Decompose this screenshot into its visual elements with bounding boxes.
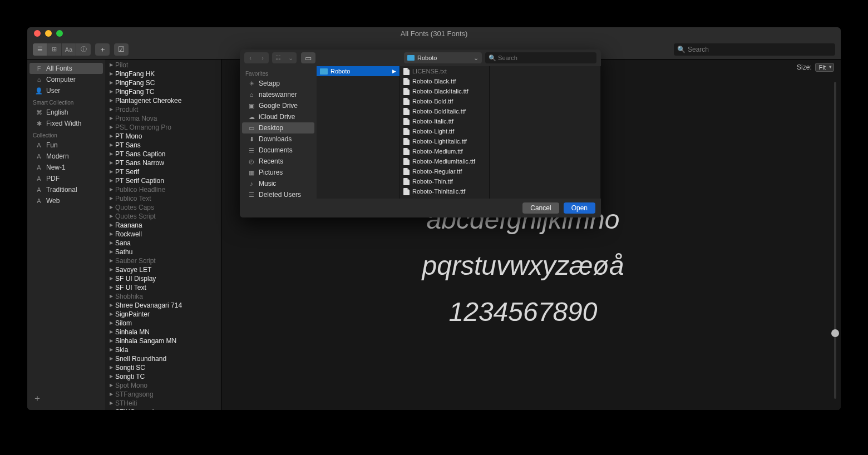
- favorites-item[interactable]: ◴Recents: [242, 156, 314, 167]
- slider-knob[interactable]: [831, 329, 839, 337]
- font-list[interactable]: ▶Pilot▶PingFang HK▶PingFang SC▶PingFang …: [105, 60, 222, 410]
- font-family-item[interactable]: ▶Pilot: [105, 61, 221, 70]
- disclosure-icon[interactable]: ▶: [110, 168, 113, 176]
- file-item[interactable]: Roboto-MediumItalic.ttf: [400, 156, 489, 166]
- sidebar-item[interactable]: ⌂Computer: [29, 74, 103, 85]
- dialog-search[interactable]: 🔍 Search: [485, 52, 596, 63]
- disclosure-icon[interactable]: ▶: [110, 106, 113, 113]
- sidebar-item[interactable]: AWeb: [29, 195, 103, 206]
- favorites-item[interactable]: ▭Desktop: [242, 122, 314, 133]
- font-family-item[interactable]: ▶SF UI Text: [105, 283, 221, 292]
- validate-button[interactable]: ☑: [114, 43, 129, 56]
- view-chevron-icon[interactable]: ⌄: [284, 52, 297, 63]
- font-family-item[interactable]: ▶PT Sans Narrow: [105, 159, 221, 167]
- disclosure-icon[interactable]: ▶: [110, 266, 113, 274]
- sidebar-item[interactable]: ✱Fixed Width: [29, 118, 103, 129]
- font-family-item[interactable]: ▶Shobhika: [105, 292, 221, 301]
- font-family-item[interactable]: ▶Quotes Caps: [105, 203, 221, 212]
- disclosure-icon[interactable]: ▶: [110, 212, 113, 220]
- font-family-item[interactable]: ▶PingFang HK: [105, 70, 221, 78]
- font-family-item[interactable]: ▶Proxima Nova: [105, 114, 221, 123]
- file-item[interactable]: Roboto-Regular.ttf: [400, 166, 489, 176]
- font-family-item[interactable]: ▶Plantagenet Cherokee: [105, 96, 221, 105]
- font-family-item[interactable]: ▶PingFang TC: [105, 87, 221, 96]
- font-family-item[interactable]: ▶PT Sans: [105, 141, 221, 150]
- font-family-item[interactable]: ▶Snell Roundhand: [105, 354, 221, 363]
- file-item[interactable]: Roboto-Medium.ttf: [400, 146, 489, 156]
- font-family-item[interactable]: ▶SF UI Display: [105, 274, 221, 283]
- disclosure-icon[interactable]: ▶: [110, 337, 113, 345]
- disclosure-icon[interactable]: ▶: [110, 97, 113, 105]
- font-family-item[interactable]: ▶Raanana: [105, 221, 221, 230]
- favorites-item[interactable]: ☁iCloud Drive: [242, 111, 314, 122]
- file-item[interactable]: Roboto-Bold.ttf: [400, 96, 489, 106]
- font-family-item[interactable]: ▶Silom: [105, 319, 221, 328]
- disclosure-icon[interactable]: ▶: [110, 301, 113, 309]
- disclosure-icon[interactable]: ▶: [110, 177, 113, 185]
- disclosure-icon[interactable]: ▶: [110, 70, 113, 78]
- disclosure-icon[interactable]: ▶: [110, 88, 113, 96]
- file-item[interactable]: Roboto-BlackItalic.ttf: [400, 86, 489, 96]
- file-item[interactable]: Roboto-Thin.ttf: [400, 176, 489, 186]
- favorites-item[interactable]: ⬇Downloads: [242, 133, 314, 145]
- disclosure-icon[interactable]: ▶: [110, 195, 113, 202]
- disclosure-icon[interactable]: ▶: [110, 221, 113, 229]
- sidebar-item[interactable]: FAll Fonts: [29, 63, 103, 74]
- font-family-item[interactable]: ▶Savoye LET: [105, 265, 221, 274]
- file-item[interactable]: Roboto-BoldItalic.ttf: [400, 106, 489, 116]
- font-family-item[interactable]: ▶PingFang SC: [105, 78, 221, 87]
- font-family-item[interactable]: ▶PT Serif Caption: [105, 176, 221, 185]
- file-item[interactable]: Roboto-LightItalic.ttf: [400, 136, 489, 146]
- font-family-item[interactable]: ▶Rockwell: [105, 230, 221, 239]
- sample-view-icon[interactable]: ☰: [33, 43, 47, 56]
- cancel-button[interactable]: Cancel: [522, 202, 559, 214]
- sidebar-item[interactable]: ANew-1: [29, 162, 103, 173]
- favorites-item[interactable]: ⌂nateswanner: [242, 89, 314, 100]
- view-mode-segment[interactable]: ☰ ⊞ Aa ⓘ: [33, 43, 91, 56]
- sidebar-item[interactable]: 👤User: [29, 85, 103, 96]
- font-family-item[interactable]: ▶PT Sans Caption: [105, 150, 221, 159]
- size-slider[interactable]: [834, 82, 836, 399]
- font-family-item[interactable]: ▶Songti TC: [105, 372, 221, 381]
- font-family-item[interactable]: ▶Sauber Script: [105, 256, 221, 265]
- column-view-icon[interactable]: ☷: [272, 52, 284, 63]
- font-family-item[interactable]: ▶PT Mono: [105, 132, 221, 141]
- disclosure-icon[interactable]: ▶: [110, 61, 113, 69]
- disclosure-icon[interactable]: ▶: [110, 382, 113, 389]
- font-family-item[interactable]: ▶Shree Devanagari 714: [105, 301, 221, 310]
- favorites-item[interactable]: ♪Music: [242, 178, 314, 189]
- group-button[interactable]: ▭: [301, 52, 315, 63]
- disclosure-icon[interactable]: ▶: [110, 275, 113, 283]
- path-selector[interactable]: Roboto: [404, 52, 482, 63]
- disclosure-icon[interactable]: ▶: [110, 399, 113, 407]
- disclosure-icon[interactable]: ▶: [110, 204, 113, 211]
- favorites-item[interactable]: ☰Documents: [242, 145, 314, 156]
- favorites-item[interactable]: ▣Google Drive: [242, 100, 314, 111]
- add-button[interactable]: ＋: [95, 43, 110, 56]
- font-family-item[interactable]: ▶Produkt: [105, 105, 221, 114]
- disclosure-icon[interactable]: ▶: [110, 408, 113, 410]
- disclosure-icon[interactable]: ▶: [110, 355, 113, 363]
- disclosure-icon[interactable]: ▶: [110, 319, 113, 327]
- file-item[interactable]: Roboto-Black.ttf: [400, 76, 489, 86]
- disclosure-icon[interactable]: ▶: [110, 123, 113, 131]
- back-button[interactable]: ‹: [244, 52, 257, 63]
- disclosure-icon[interactable]: ▶: [110, 186, 113, 194]
- disclosure-icon[interactable]: ▶: [110, 364, 113, 372]
- font-family-item[interactable]: ▶Quotes Script: [105, 212, 221, 221]
- font-family-item[interactable]: ▶SignPainter: [105, 310, 221, 319]
- font-family-item[interactable]: ▶Sana: [105, 239, 221, 248]
- disclosure-icon[interactable]: ▶: [110, 373, 113, 380]
- sidebar-item[interactable]: APDF: [29, 173, 103, 184]
- disclosure-icon[interactable]: ▶: [110, 115, 113, 122]
- favorites-item[interactable]: ✳Setapp: [242, 78, 314, 89]
- disclosure-icon[interactable]: ▶: [110, 239, 113, 247]
- disclosure-icon[interactable]: ▶: [110, 284, 113, 291]
- font-family-item[interactable]: ▶PT Serif: [105, 167, 221, 176]
- disclosure-icon[interactable]: ▶: [110, 141, 113, 149]
- favorites-item[interactable]: ▦Pictures: [242, 167, 314, 178]
- font-family-item[interactable]: ▶Publico Headline: [105, 185, 221, 194]
- disclosure-icon[interactable]: ▶: [110, 257, 113, 265]
- font-family-item[interactable]: ▶STIXGeneral: [105, 408, 221, 410]
- font-family-item[interactable]: ▶Songti SC: [105, 363, 221, 372]
